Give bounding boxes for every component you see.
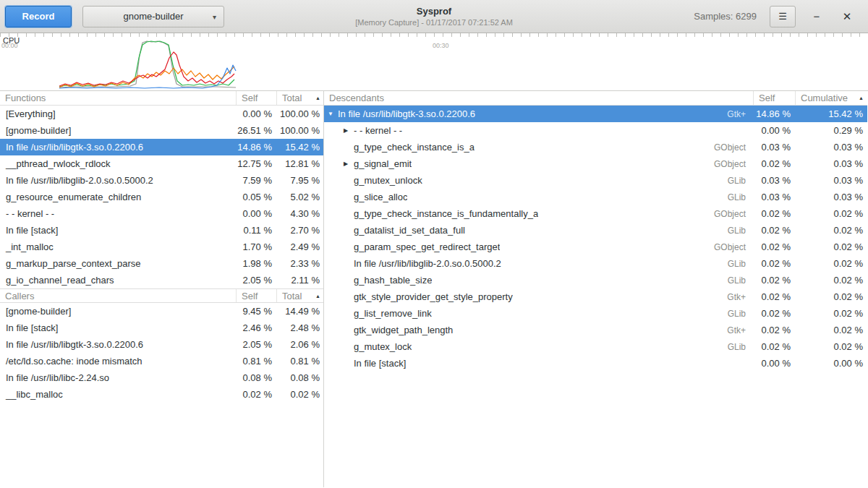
table-row[interactable]: In file /usr/lib/libc-2.24.so0.08 %0.08 … [0,369,323,386]
table-row[interactable]: g_list_remove_linkGLib0.02 %0.02 % [324,305,867,322]
column-header-total[interactable]: Total ▲ [276,91,324,105]
expander-closed-icon[interactable]: ▶ [343,127,354,134]
table-row[interactable]: g_resource_enumerate_children0.05 %5.02 … [0,189,323,205]
descendant-name-cell: In file [stack] [324,358,753,369]
table-row[interactable]: g_type_check_instance_is_aGObject0.03 %0… [324,139,867,155]
column-header-descendants[interactable]: Descendants [324,91,753,105]
self-value: 0.02 % [753,225,795,236]
table-row[interactable]: g_markup_parse_context_parse1.98 %2.33 % [0,255,323,272]
time-label-start: 00:00 [1,42,18,49]
self-value: 0.05 % [236,192,276,202]
cumulative-value: 0.02 % [795,341,867,352]
descendants-list: ▼In file /usr/lib/libgtk-3.so.0.2200.6Gt… [324,106,867,372]
self-value: 0.11 % [236,225,276,236]
table-row[interactable]: g_io_channel_read_chars2.05 %2.11 % [0,272,323,288]
function-name: [gnome-builder] [0,125,236,136]
table-row[interactable]: g_param_spec_get_redirect_targetGObject0… [324,239,867,255]
function-name: [Everything] [0,108,236,119]
column-header-self[interactable]: Self [236,289,276,302]
cpu-graph[interactable]: CPU 00:00 00:30 [0,33,868,91]
table-row[interactable]: /etc/ld.so.cache: inode mismatch0.81 %0.… [0,353,323,369]
total-value: 0.02 % [276,389,324,400]
column-label: Self [759,93,775,103]
column-header-functions[interactable]: Functions [0,91,236,105]
library-badge: Gtk+ [727,109,753,119]
table-row[interactable]: g_mutex_unlockGLib0.03 %0.03 % [324,172,867,189]
descendant-name-cell: g_list_remove_linkGLib [324,308,753,319]
content-panes: Functions Self Total ▲ [Everything]0.00 … [0,91,868,487]
self-value: 0.02 % [753,158,795,169]
table-row[interactable]: gtk_style_provider_get_style_propertyGtk… [324,288,867,305]
column-header-cumulative[interactable]: Cumulative ▲ [795,91,867,105]
descendant-name: g_hash_table_size [354,275,432,286]
table-row[interactable]: ▼In file /usr/lib/libgtk-3.so.0.2200.6Gt… [324,106,867,122]
library-badge: GObject [714,142,753,153]
descendants-table-header: Descendants Self Cumulative ▲ [324,91,867,106]
window-subtitle: [Memory Capture] - 01/17/2017 07:21:52 A… [355,18,513,27]
descendant-name-cell: g_datalist_id_set_data_fullGLib [324,225,753,236]
table-row[interactable]: In file /usr/lib/libglib-2.0.so.0.5000.2… [0,172,323,189]
time-label-mid: 00:30 [433,42,449,49]
table-row[interactable]: g_type_check_instance_is_fundamentally_a… [324,205,867,222]
table-row[interactable]: g_mutex_lockGLib0.02 %0.02 % [324,338,867,355]
total-value: 2.06 % [276,339,324,350]
minimize-button[interactable]: − [807,7,826,26]
minimize-icon: − [814,10,820,22]
table-row[interactable]: In file /usr/lib/libgtk-3.so.0.2200.614.… [0,139,323,155]
table-row[interactable]: [gnome-builder]9.45 %14.49 % [0,303,323,320]
column-header-self[interactable]: Self [236,91,276,105]
descendant-name-cell: ▶g_signal_emitGObject [324,158,753,169]
right-pane: Descendants Self Cumulative ▲ ▼In file /… [324,91,867,487]
table-row[interactable]: __pthread_rwlock_rdlock12.75 %12.81 % [0,155,323,172]
table-row[interactable]: g_datalist_id_set_data_fullGLib0.02 %0.0… [324,222,867,239]
self-value: 0.02 % [236,389,276,400]
library-badge: Gtk+ [727,325,753,335]
self-value: 0.02 % [753,241,795,252]
table-row[interactable]: _int_malloc1.70 %2.49 % [0,239,323,255]
table-row[interactable]: In file [stack]0.00 %0.00 % [324,355,867,372]
column-header-total[interactable]: Total ▲ [276,289,324,302]
table-row[interactable]: __libc_malloc0.02 %0.02 % [0,386,323,403]
table-row[interactable]: - - kernel - -0.00 %4.30 % [0,205,323,222]
table-row[interactable]: In file /usr/lib/libglib-2.0.so.0.5000.2… [324,255,867,272]
descendant-name: gtk_widget_path_length [354,325,453,335]
table-row[interactable]: ▶g_signal_emitGObject0.02 %0.03 % [324,155,867,172]
table-row[interactable]: g_hash_table_sizeGLib0.02 %0.02 % [324,272,867,288]
close-button[interactable]: ✕ [838,7,856,26]
cumulative-value: 0.29 % [795,125,867,136]
total-value: 0.08 % [276,372,324,383]
record-button[interactable]: Record [5,6,72,27]
table-row[interactable]: gtk_widget_path_lengthGtk+0.02 %0.02 % [324,322,867,338]
table-row[interactable]: In file [stack]0.11 %2.70 % [0,222,323,239]
target-select-button[interactable]: gnome-builder ▾ [82,6,224,27]
cumulative-value: 0.02 % [795,308,867,319]
column-header-self[interactable]: Self [753,91,795,105]
table-row[interactable]: [Everything]0.00 %100.00 % [0,106,323,122]
self-value: 0.08 % [236,372,276,383]
table-row[interactable]: In file /usr/lib/libgtk-3.so.0.2200.62.0… [0,336,323,353]
expander-open-icon[interactable]: ▼ [327,111,338,117]
table-row[interactable]: ▶- - kernel - -0.00 %0.29 % [324,122,867,139]
self-value: 12.75 % [236,158,276,169]
menu-button[interactable]: ☰ [770,6,796,27]
cumulative-value: 0.02 % [795,225,867,236]
total-value: 100.00 % [276,108,324,119]
cpu-series-gray [59,41,236,87]
descendant-name-cell: ▶- - kernel - - [324,125,753,136]
table-row[interactable]: In file [stack]2.46 %2.48 % [0,320,323,336]
self-value: 2.05 % [236,275,276,286]
descendant-name-cell: g_type_check_instance_is_fundamentally_a… [324,208,753,219]
function-name: In file /usr/lib/libglib-2.0.so.0.5000.2 [0,175,236,186]
table-row[interactable]: [gnome-builder]26.51 %100.00 % [0,122,323,139]
expander-closed-icon[interactable]: ▶ [343,160,354,167]
descendant-name: g_mutex_lock [354,341,412,352]
table-row[interactable]: g_slice_allocGLib0.03 %0.03 % [324,189,867,205]
library-badge: GLib [728,342,753,352]
self-value: 0.02 % [753,325,795,335]
descendant-name: In file [stack] [354,358,406,369]
cumulative-value: 0.02 % [795,325,867,335]
sysprof-window: Record gnome-builder ▾ Sysprof [Memory C… [0,0,868,487]
column-header-callers[interactable]: Callers [0,289,236,302]
cumulative-value: 0.03 % [795,175,867,186]
target-label: gnome-builder [123,11,183,22]
